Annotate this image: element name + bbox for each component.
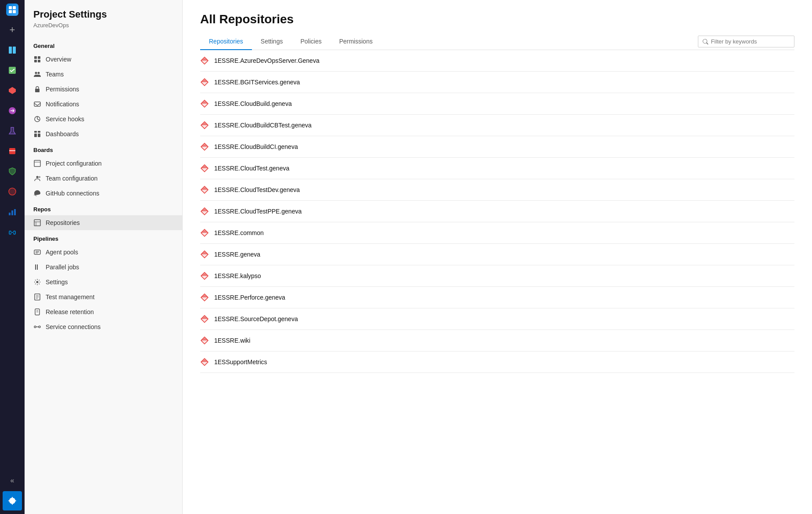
svg-rect-8 [9,148,15,154]
filter-input[interactable] [711,38,790,45]
svg-rect-30 [38,134,40,137]
repo-item[interactable]: 1ESSRE.BGITServices.geneva [200,72,794,93]
test-management-icon [33,293,41,301]
sidebar-item-overview[interactable]: Overview [25,52,182,67]
sidebar-item-agent-pools[interactable]: Agent pools [25,245,182,260]
repo-item[interactable]: 1ESSRE.CloudBuildCBTest.geneva [200,115,794,136]
repo-item[interactable]: 1ESSRE.CloudTestDev.geneva [200,179,794,201]
sidebar-item-notifications[interactable]: Notifications [25,97,182,112]
tab-permissions[interactable]: Permissions [331,33,381,50]
svg-rect-16 [38,56,40,59]
repo-item[interactable]: 1ESSupportMetrics [200,351,794,373]
pipelines-nav-icon[interactable] [3,101,22,120]
tab-policies[interactable]: Policies [291,33,330,50]
repo-item[interactable]: 1ESSRE.CloudBuild.geneva [200,93,794,115]
security-nav-icon[interactable] [3,162,22,181]
agent-pools-icon [33,248,41,256]
teams-icon [33,70,41,78]
add-button[interactable]: + [3,20,22,40]
service-hooks-icon [33,115,41,123]
svg-point-10 [9,188,16,195]
svg-rect-31 [34,160,40,167]
repo-name: 1ESSRE.CloudTest.geneva [214,165,289,172]
section-pipelines: Pipelines [25,230,182,245]
repo-name: 1ESSRE.CloudBuildCBTest.geneva [214,122,312,129]
repo-diamond-icon [200,315,209,323]
sidebar-item-project-config[interactable]: Project configuration [25,156,182,171]
repo-name: 1ESSRE.kalypso [214,272,261,279]
tab-settings[interactable]: Settings [252,33,292,50]
repo-name: 1ESSRE.wiki [214,337,250,344]
section-general: General [25,37,182,52]
section-repos: Repos [25,201,182,215]
dashboard-nav-icon[interactable] [3,40,22,60]
sidebar-item-release-retention[interactable]: Release retention [25,304,182,319]
main-title: All Repositories [200,12,794,26]
repo-name: 1ESSupportMetrics [214,358,267,366]
sidebar-item-teams[interactable]: Teams [25,67,182,82]
svg-rect-15 [34,56,37,59]
sidebar-item-test-management[interactable]: Test management [25,290,182,304]
extra-nav-icon[interactable] [3,182,22,201]
svg-point-44 [36,281,39,283]
repo-diamond-icon [200,358,209,366]
repo-diamond-icon [200,271,209,280]
artifacts-nav-icon[interactable] [3,141,22,161]
repo-item[interactable]: 1ESSRE.CloudBuildCI.geneva [200,136,794,158]
app-logo[interactable] [6,4,18,16]
repo-diamond-icon [200,99,209,108]
repo-item[interactable]: 1ESSRE.Perforce.geneva [200,287,794,308]
repo-item[interactable]: 1ESSRE.kalypso [200,265,794,287]
svg-point-34 [39,177,40,178]
repo-item[interactable]: 1ESSRE.common [200,222,794,244]
service-connections-icon [33,323,41,331]
test-management-label: Test management [46,293,94,300]
repo-item[interactable]: 1ESSRE.SourceDepot.geneva [200,308,794,330]
pipeline-settings-label: Settings [46,279,68,286]
testplans-nav-icon[interactable] [3,121,22,141]
svg-rect-35 [34,220,40,226]
section-boards: Boards [25,141,182,156]
sidebar-item-permissions[interactable]: Permissions [25,82,182,97]
collapse-sidebar-icon[interactable]: « [3,471,22,490]
teams-label: Teams [46,71,64,78]
svg-rect-1 [13,6,16,9]
notifications-icon [33,100,41,108]
parallel-jobs-label: Parallel jobs [46,264,79,271]
svg-rect-5 [13,47,16,54]
svg-point-20 [38,72,40,74]
repo-item[interactable]: 1ESSRE.CloudTestPPE.geneva [200,201,794,222]
sidebar-item-pipeline-settings[interactable]: Settings [25,275,182,290]
boards-nav-icon[interactable] [3,61,22,80]
sidebar-item-github[interactable]: GitHub connections [25,186,182,201]
svg-rect-17 [34,60,37,62]
notifications-label: Notifications [46,101,79,108]
tab-repositories[interactable]: Repositories [200,33,252,50]
svg-rect-4 [9,47,12,54]
sidebar-item-dashboards[interactable]: Dashboards [25,127,182,141]
svg-point-53 [39,326,40,328]
filter-input-wrapper[interactable] [698,36,794,47]
sidebar-item-service-connections[interactable]: Service connections [25,319,182,334]
analytics-nav-icon[interactable] [3,202,22,221]
sidebar-item-team-config[interactable]: Team configuration [25,171,182,186]
repo-item[interactable]: 1ESSRE.CloudTest.geneva [200,158,794,179]
sidebar-item-service-hooks[interactable]: Service hooks [25,112,182,127]
repo-name: 1ESSRE.BGITServices.geneva [214,79,300,86]
repo-item[interactable]: 1ESSRE.geneva [200,244,794,265]
sidebar-item-parallel-jobs[interactable]: Parallel jobs [25,260,182,275]
sidebar-title: Project Settings [25,9,182,22]
repo-name: 1ESSRE.CloudTestDev.geneva [214,186,300,193]
svg-rect-13 [14,209,16,215]
svg-rect-3 [13,10,16,13]
repo-diamond-icon [200,56,209,65]
integrations-nav-icon[interactable] [3,222,22,242]
repo-item[interactable]: 1ESSRE.wiki [200,330,794,351]
repos-nav-icon[interactable] [3,81,22,100]
agent-pools-label: Agent pools [46,249,78,256]
sidebar-item-repositories[interactable]: Repositories [25,215,182,230]
svg-rect-12 [11,210,13,215]
settings-nav-icon[interactable] [3,491,22,510]
repo-name: 1ESSRE.AzureDevOpsServer.Geneva [214,57,320,64]
repo-item[interactable]: 1ESSRE.AzureDevOpsServer.Geneva [200,50,794,72]
